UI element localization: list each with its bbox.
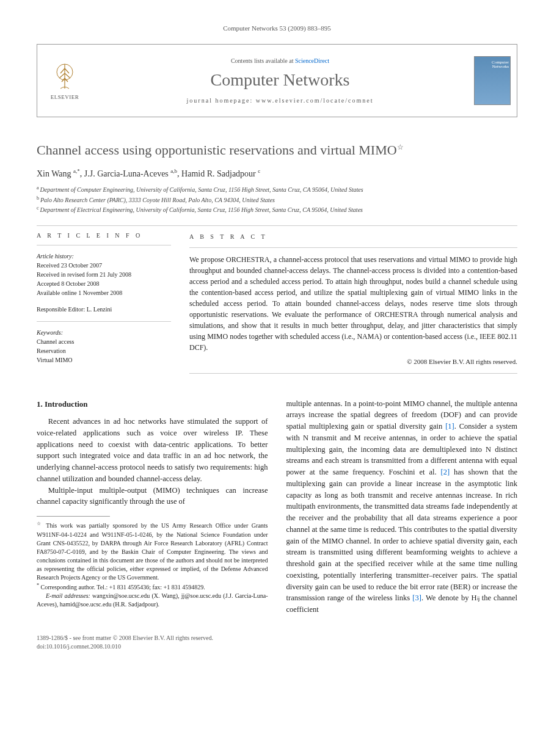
article-history: Article history: Received 23 October 200… [37,252,171,297]
divider [37,245,171,245]
keyword: Virtual MIMO [37,355,171,365]
homepage-url: www.elsevier.com/locate/comnet [256,97,374,104]
section-number: 1. [37,399,43,409]
journal-center: Contents lists available at ScienceDirec… [92,45,468,117]
sciencedirect-link[interactable]: ScienceDirect [295,57,329,64]
cover-thumbnail-image: Computer Networks [474,56,511,105]
section-title: Introduction [45,399,88,409]
elsevier-label: ELSEVIER [51,94,79,100]
affiliations: aDepartment of Computer Engineering, Uni… [37,184,517,214]
footnote-marker: * [37,583,39,588]
affiliation-a: aDepartment of Computer Engineering, Uni… [37,184,517,194]
authors-line: Xin Wang a,*, J.J. Garcia-Luna-Aceves a,… [37,168,517,179]
history-revised: Received in revised form 21 July 2008 [37,270,171,279]
footnote-corresponding: * Corresponding author. Tel.: +1 831 459… [37,582,268,592]
footnote-funding: ☆ This work was partially sponsored by t… [37,520,268,581]
history-online: Available online 1 November 2008 [37,288,171,297]
affiliation-b: bPalo Alto Research Center (PARC), 3333 … [37,195,517,205]
affiliation-c: cDepartment of Electrical Engineering, U… [37,205,517,214]
homepage-prefix: journal homepage: [187,97,256,104]
header-citation: Computer Networks 53 (2009) 883–895 [37,24,517,32]
abstract-column: A B S T R A C T We propose ORCHESTRA, a … [189,232,517,380]
keywords-label: Keywords: [37,328,171,337]
history-label: Article history: [37,252,171,261]
article-info-label: A R T I C L E I N F O [37,232,171,239]
body-text: has shown that the multiplexing gain can… [286,468,518,602]
reference-link[interactable]: [2] [440,468,450,476]
abstract-text: We propose ORCHESTRA, a channel-access p… [189,254,517,353]
keywords-block: Keywords: Channel access Reservation Vir… [37,328,171,365]
homepage-line: journal homepage: www.elsevier.com/locat… [187,97,374,104]
footnote-corr-text: Corresponding author. Tel.: +1 831 45954… [41,584,205,591]
abstract-label: A B S T R A C T [189,232,517,241]
keyword: Reservation [37,346,171,355]
footnote-separator [37,516,110,517]
elsevier-tree-icon [49,61,80,92]
divider [37,321,171,322]
editor-label: Responsible Editor: [37,306,85,313]
history-accepted: Accepted 8 October 2008 [37,279,171,288]
title-text: Channel access using opportunistic reser… [37,142,397,158]
article-title: Channel access using opportunistic reser… [37,142,517,159]
article-info-column: A R T I C L E I N F O Article history: R… [37,232,171,380]
footer: 1389-1286/$ - see front matter © 2008 El… [37,634,517,651]
journal-name: Computer Networks [211,70,350,90]
email-label: E-mail addresses: [46,592,90,599]
reference-link[interactable]: [3] [412,594,421,602]
elsevier-logo: ELSEVIER [37,45,92,117]
responsible-editor: Responsible Editor: L. Lenzini [37,305,171,314]
paragraph: multiple antennas. In a point-to-point M… [286,398,518,616]
paragraph: Recent advances in ad hoc networks have … [37,416,268,485]
title-footnote-marker: ☆ [397,143,404,151]
footnote-funding-text: This work was partially sponsored by the… [37,523,268,581]
journal-header-box: ELSEVIER Contents lists available at Sci… [37,44,517,117]
info-abstract-row: A R T I C L E I N F O Article history: R… [37,232,517,380]
divider [189,247,517,248]
cover-thumb-title: Computer Networks [476,60,509,69]
section-heading: 1. Introduction [37,398,268,410]
history-received: Received 23 October 2007 [37,261,171,270]
divider [37,225,517,226]
footnote-marker: ☆ [37,521,43,526]
footer-copyright: 1389-1286/$ - see front matter © 2008 El… [37,634,517,642]
abstract-copyright: © 2008 Elsevier B.V. All rights reserved… [189,357,517,367]
reference-link[interactable]: [1] [445,422,454,431]
paragraph: Multiple-input multiple-output (MIMO) te… [37,485,268,508]
divider [189,373,517,374]
footnote-emails: E-mail addresses: wangxin@soe.ucsc.edu (… [37,592,268,609]
footer-doi: doi:10.1016/j.comnet.2008.10.010 [37,642,517,651]
body-columns: 1. Introduction Recent advances in ad ho… [37,398,517,616]
contents-prefix: Contents lists available at [231,57,295,64]
contents-available-line: Contents lists available at ScienceDirec… [231,57,329,64]
cover-thumbnail: Computer Networks [468,45,517,117]
keyword: Channel access [37,337,171,346]
editor-name: L. Lenzini [87,306,112,313]
